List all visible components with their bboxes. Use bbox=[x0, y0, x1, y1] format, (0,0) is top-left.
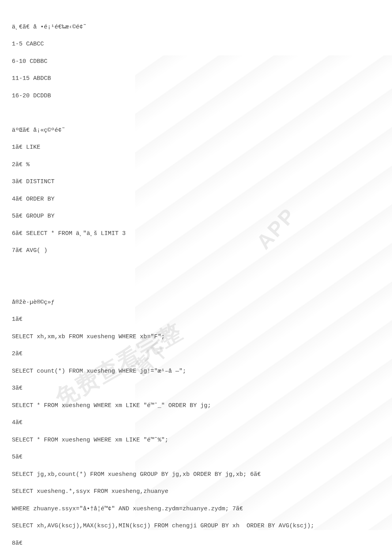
section3-heading: å®žè·µè®©ç»ƒ bbox=[12, 298, 380, 307]
blank-line bbox=[12, 281, 380, 290]
section2-item: 3ã€ DISTINCT bbox=[12, 178, 380, 186]
document-content: ä¸€ã€ å •é¡¹é€‰æ‹©é¢˜ 1-5 CABCC 6-10 CDB… bbox=[12, 14, 380, 555]
section3-item-sql: WHERE zhuanye.ssyx="å•†å­¦é™¢" AND xuesh… bbox=[12, 505, 380, 513]
section3-item-label: 2ã€ bbox=[12, 350, 380, 358]
section3-item-sql: SELECT xh,xm,xb FROM xuesheng WHERE xb="… bbox=[12, 333, 380, 341]
section3-item-sql: SELECT xuesheng.*,ssyx FROM xuesheng,zhu… bbox=[12, 487, 380, 496]
section3-item-label: 5ã€ bbox=[12, 453, 380, 462]
section3-item-sql: SELECT * FROM xuesheng WHERE xm LIKE "é™… bbox=[12, 402, 380, 410]
section3-item-sql: SELECT xh,AVG(kscj),MAX(kscj),MIN(kscj) … bbox=[12, 522, 380, 530]
section3-item-label: 1ã€ bbox=[12, 315, 380, 324]
section1-answer-row: 1-5 CABCC bbox=[12, 40, 380, 49]
blank-line bbox=[12, 264, 380, 273]
section3-item-label: 8ã€ bbox=[12, 539, 380, 548]
section2-item: 4ã€ ORDER BY bbox=[12, 195, 380, 204]
section1-answer-row: 16-20 DCDDB bbox=[12, 92, 380, 100]
section3-item-label: 4ã€ bbox=[12, 419, 380, 427]
section2-item: 2ã€ % bbox=[12, 161, 380, 169]
section3-item-label: 3ã€ bbox=[12, 384, 380, 393]
section3-item-sql: SELECT count(*) FROM xuesheng WHERE jg!=… bbox=[12, 367, 380, 376]
section3-item-sql: SELECT jg,xb,count(*) FROM xuesheng GROU… bbox=[12, 470, 380, 479]
section1-heading: ä¸€ã€ å •é¡¹é€‰æ‹©é¢˜ bbox=[12, 23, 380, 32]
section2-heading: äºŒã€ å¡«ç©ºé¢˜ bbox=[12, 126, 380, 135]
blank-line bbox=[12, 109, 380, 117]
section3-item-sql: SELECT * FROM xuesheng WHERE xm LIKE "é™… bbox=[12, 436, 380, 445]
section1-answer-row: 11-15 ABDCB bbox=[12, 74, 380, 83]
section2-item: 5ã€ GROUP BY bbox=[12, 212, 380, 221]
section2-item: 6ã€ SELECT * FROM ä¸"ä¸š LIMIT 3 bbox=[12, 229, 380, 238]
section2-item: 1ã€ LIKE bbox=[12, 143, 380, 152]
section2-item: 7ã€ AVG( ) bbox=[12, 246, 380, 255]
section1-answer-row: 6-10 CDBBC bbox=[12, 57, 380, 66]
